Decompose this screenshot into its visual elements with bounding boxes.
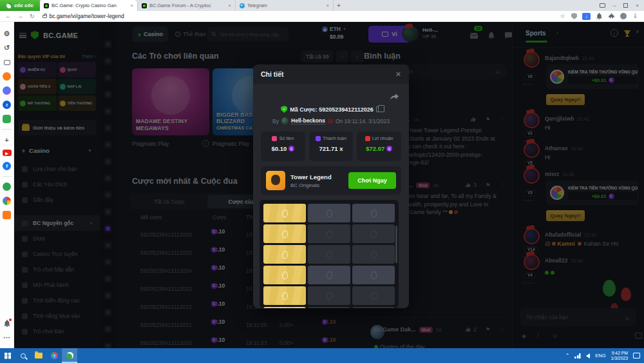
game-provider: BC Originals <box>290 182 332 188</box>
maximize-button[interactable] <box>623 3 628 8</box>
bcgame-favicon <box>142 3 147 8</box>
play-now-button[interactable]: Chơi Ngay <box>348 172 396 189</box>
tab-close-icon[interactable]: × <box>326 3 329 8</box>
hotlist-icon[interactable] <box>3 72 11 81</box>
start-button[interactable] <box>0 348 15 363</box>
save-page-icon[interactable]: ⇩ <box>632 13 639 20</box>
tower-tile-picked <box>263 204 306 222</box>
share-icon[interactable] <box>390 92 399 103</box>
divider <box>3 176 12 177</box>
browser-tab[interactable]: Telegram× <box>236 0 334 11</box>
stat-label-row: Thanh toán <box>309 135 354 141</box>
tower-tile-picked <box>263 224 306 243</box>
download-manager-icon[interactable]: ↓ <box>582 13 591 20</box>
egg-icon <box>281 291 289 300</box>
facebook-icon[interactable]: f <box>3 162 11 170</box>
taskbar-search-icon[interactable] <box>15 348 31 363</box>
tab-title: BC.Game Forum - A Cryptoc <box>149 3 225 8</box>
shop-icon[interactable] <box>3 211 11 219</box>
grid-scrollbar[interactable] <box>395 226 397 263</box>
browser-tab[interactable]: BC.Game: Crypto Casino Gan× <box>40 0 138 11</box>
bell-icon[interactable] <box>3 319 11 328</box>
egg-icon <box>281 209 289 217</box>
back-button[interactable]: ← <box>5 13 11 19</box>
messenger-icon[interactable] <box>3 86 11 95</box>
more-icon[interactable]: ⋯ <box>3 333 11 342</box>
modal-close-icon[interactable]: ✕ <box>395 70 401 79</box>
tower-tile <box>352 204 395 222</box>
tower-tile <box>308 224 350 243</box>
language-indicator[interactable]: ENG <box>595 353 605 358</box>
adblock-shield-icon[interactable] <box>571 13 577 19</box>
egg-icon <box>370 250 377 259</box>
stat-icon <box>365 136 370 141</box>
tab-close-icon[interactable]: × <box>228 3 231 8</box>
egg-icon <box>370 230 377 238</box>
egg-icon <box>370 209 377 217</box>
games-icon[interactable] <box>3 115 11 123</box>
bcgame-favicon <box>44 3 49 8</box>
stat-value: $72.07C <box>357 145 401 152</box>
feed-icon[interactable] <box>3 58 11 66</box>
url-text: bc.game/vi/game/tower-legend <box>50 13 124 19</box>
bettor-name[interactable]: Hell-beckons <box>291 117 325 124</box>
modal-title: Chi tiết <box>261 70 284 78</box>
coccoc-taskbar-icon[interactable] <box>62 348 77 363</box>
bet-time-label: On 19:11:14, 3/1/2023 <box>336 118 390 124</box>
file-explorer-icon[interactable] <box>31 348 46 363</box>
clock[interactable]: 9:42 PM 1/3/2023 <box>611 351 628 361</box>
modal-header: Chi tiết ✕ <box>253 64 409 84</box>
settings-icon[interactable]: ⚙ <box>3 30 11 38</box>
youtube-icon[interactable]: ▶ <box>3 150 12 156</box>
action-center-icon[interactable] <box>633 353 640 358</box>
forward-button[interactable]: → <box>17 13 23 19</box>
profile-avatar-icon[interactable] <box>620 13 627 19</box>
coin-icon: C <box>386 146 392 152</box>
tab-close-icon[interactable]: × <box>130 3 133 8</box>
tower-tile-picked <box>263 286 306 305</box>
stat-card: Lợi nhuận$72.07C <box>357 132 401 161</box>
stat-label: Thanh toán <box>323 135 346 141</box>
tower-tile-picked <box>263 307 306 308</box>
notification-bell-icon[interactable] <box>596 13 603 20</box>
bookmark-star-icon[interactable]: ☆ <box>559 13 566 20</box>
add-icon[interactable]: + <box>3 135 11 144</box>
stat-value: 721.71 x <box>309 145 354 152</box>
history-icon[interactable]: ↺ <box>3 44 11 52</box>
bet-stats: Số tiền$0.10CThanh toán721.71 xLợi nhuận… <box>261 132 401 161</box>
telegram-favicon <box>240 3 245 8</box>
egg-icon <box>370 271 377 279</box>
browser-toolbar: ← → ↻ bc.game/vi/game/tower-legend ☆ ↓ ⇩ <box>0 11 644 22</box>
reader-mode-icon[interactable] <box>600 3 605 8</box>
browser-tab[interactable]: BC.Game Forum - A Cryptoc× <box>138 0 236 11</box>
zalo-icon[interactable]: Z <box>3 101 11 109</box>
egg-icon <box>281 271 289 279</box>
tower-tile <box>308 266 350 284</box>
bet-id-row: ✓ Mã Cược: 59205239412112026 <box>253 106 409 113</box>
volume-icon[interactable] <box>586 353 590 358</box>
tower-legend-icon <box>266 171 285 190</box>
new-tab-button[interactable]: + <box>334 0 344 11</box>
tray-expand-icon[interactable]: ⌃ <box>565 353 569 358</box>
zing-icon[interactable] <box>3 182 11 191</box>
minimize-button[interactable]: – <box>613 3 616 8</box>
windows-taskbar: ⌃ ENG 9:42 PM 1/3/2023 <box>0 348 644 363</box>
web-icon[interactable] <box>3 197 11 205</box>
extensions-icon[interactable] <box>608 13 615 20</box>
stat-label: Số tiền <box>279 135 294 141</box>
address-bar[interactable]: bc.game/vi/game/tower-legend <box>43 13 124 19</box>
network-icon[interactable] <box>574 353 581 358</box>
stat-label-row: Lợi nhuận <box>357 135 401 141</box>
reload-button[interactable]: ↻ <box>30 13 35 19</box>
tower-tile <box>308 245 350 264</box>
close-button[interactable]: × <box>636 3 639 8</box>
stat-card: Thanh toán721.71 x <box>309 132 354 161</box>
lock-icon <box>43 15 47 18</box>
tab-bar: cốc cốc BC.Game: Crypto Casino Gan×BC.Ga… <box>0 0 644 11</box>
egg-icon <box>281 230 289 238</box>
tower-tile <box>352 245 395 264</box>
tower-tile <box>308 286 350 305</box>
coccoc-brand[interactable]: cốc cốc <box>0 0 40 11</box>
copy-icon[interactable] <box>376 106 381 112</box>
chrome-icon[interactable] <box>46 348 62 363</box>
